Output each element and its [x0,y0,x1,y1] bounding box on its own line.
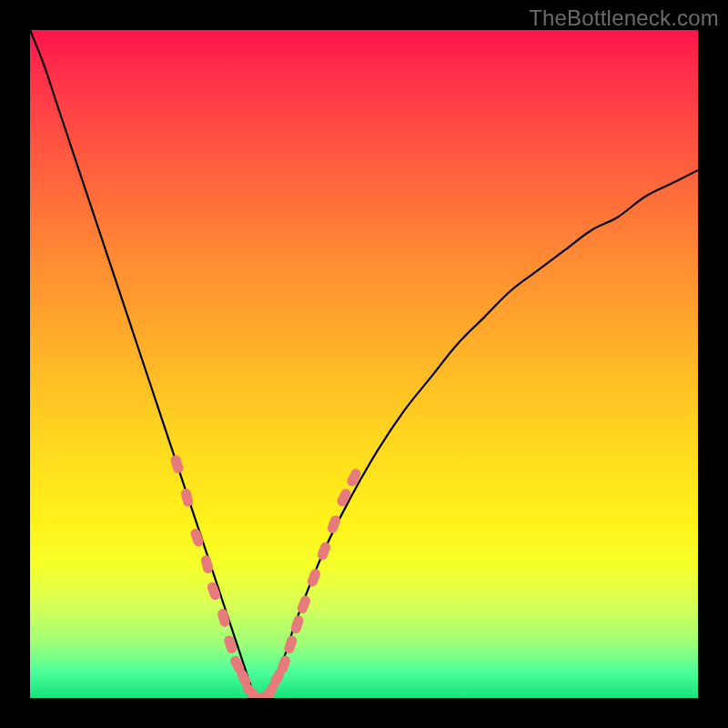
curve-marker [200,554,215,574]
curve-marker [180,488,195,508]
curve-marker [189,528,205,549]
marker-group [169,454,362,698]
curve-layer [30,30,698,698]
chart-frame: TheBottleneck.com [0,0,728,728]
curve-marker [316,541,331,561]
curve-marker [306,568,321,589]
plot-area [30,30,698,698]
bottleneck-curve [30,30,698,698]
watermark-text: TheBottleneck.com [529,5,719,31]
curve-marker [217,608,231,628]
curve-marker [169,454,184,474]
curve-marker [346,467,363,488]
curve-marker [296,594,311,615]
